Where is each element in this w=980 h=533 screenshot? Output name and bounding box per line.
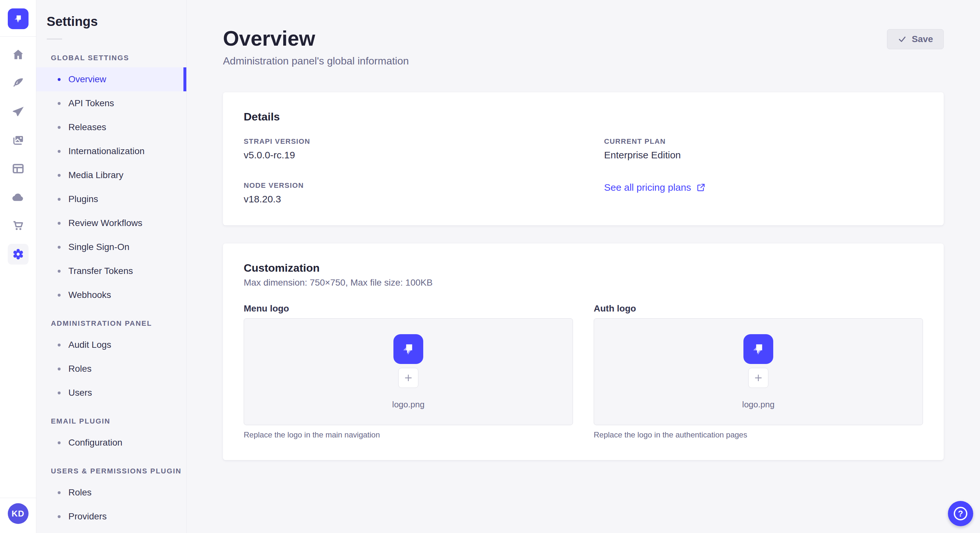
nav-section-label: USERS & PERMISSIONS PLUGIN bbox=[36, 467, 186, 475]
plus-icon bbox=[404, 373, 413, 383]
home-icon[interactable] bbox=[8, 44, 29, 65]
sidebar-item-label: Releases bbox=[68, 122, 106, 132]
save-button-label: Save bbox=[912, 34, 933, 44]
sidebar-item-label: Single Sign-On bbox=[68, 242, 129, 252]
sidebar-item-single-sign-on[interactable]: Single Sign-On bbox=[36, 235, 186, 259]
nav-section-label: GLOBAL SETTINGS bbox=[36, 54, 186, 62]
rail-nav bbox=[8, 44, 29, 265]
bullet-icon bbox=[58, 491, 60, 494]
gear-icon[interactable] bbox=[8, 244, 29, 265]
field-value: v5.0.0-rc.19 bbox=[244, 150, 563, 160]
customization-card: Customization Max dimension: 750×750, Ma… bbox=[223, 244, 944, 460]
bullet-icon bbox=[58, 150, 60, 153]
pricing-plans-link[interactable]: See all pricing plans bbox=[604, 182, 705, 193]
pricing-plans-link-label: See all pricing plans bbox=[604, 182, 691, 193]
menu-logo-field: Menu logo bbox=[244, 303, 573, 439]
layout-icon[interactable] bbox=[8, 159, 29, 179]
logo-filename: logo.png bbox=[742, 400, 775, 409]
main-nav-rail: KD bbox=[0, 0, 36, 533]
sidebar-item-roles[interactable]: Roles bbox=[36, 481, 186, 504]
auth-logo-field: Auth logo bbox=[594, 303, 923, 439]
save-button[interactable]: Save bbox=[887, 29, 944, 49]
details-column-left: STRAPI VERSION v5.0.0-rc.19 NODE VERSION… bbox=[244, 137, 563, 205]
add-logo-button[interactable] bbox=[398, 368, 418, 388]
sidebar-item-configuration[interactable]: Configuration bbox=[36, 431, 186, 455]
nav-section: GLOBAL SETTINGSOverviewAPI TokensRelease… bbox=[36, 54, 186, 307]
nav-section-label: EMAIL PLUGIN bbox=[36, 417, 186, 425]
details-card: Details STRAPI VERSION v5.0.0-rc.19 NODE… bbox=[223, 92, 944, 225]
avatar[interactable]: KD bbox=[8, 503, 29, 524]
strapi-logo-icon[interactable] bbox=[8, 8, 29, 29]
cart-icon[interactable] bbox=[8, 215, 29, 236]
plus-icon bbox=[754, 373, 763, 383]
sidebar-item-label: Review Workflows bbox=[68, 218, 142, 228]
settings-subnav: Settings GLOBAL SETTINGSOverviewAPI Toke… bbox=[36, 0, 187, 533]
logo-grid: Menu logo bbox=[244, 303, 923, 439]
sidebar-item-label: Roles bbox=[68, 487, 92, 498]
strapi-logo-preview bbox=[393, 334, 423, 364]
sidebar-item-overview[interactable]: Overview bbox=[36, 67, 186, 91]
auth-logo-dropzone: logo.png bbox=[594, 318, 923, 425]
auth-logo-label: Auth logo bbox=[594, 303, 923, 314]
rail-divider bbox=[0, 36, 36, 36]
bullet-icon bbox=[58, 392, 60, 394]
customization-card-title: Customization bbox=[244, 262, 923, 274]
details-grid: STRAPI VERSION v5.0.0-rc.19 NODE VERSION… bbox=[244, 137, 923, 205]
bullet-icon bbox=[58, 174, 60, 177]
bullet-icon bbox=[58, 515, 60, 518]
strapi-version-field: STRAPI VERSION v5.0.0-rc.19 bbox=[244, 137, 563, 160]
pictures-icon[interactable] bbox=[8, 130, 29, 151]
nav-section: EMAIL PLUGINConfiguration bbox=[36, 417, 186, 455]
bullet-icon bbox=[58, 344, 60, 346]
bullet-icon bbox=[58, 222, 60, 225]
sidebar-item-label: Webhooks bbox=[68, 290, 111, 300]
sidebar-item-webhooks[interactable]: Webhooks bbox=[36, 283, 186, 307]
menu-logo-hint: Replace the logo in the main navigation bbox=[244, 430, 573, 439]
bullet-icon bbox=[58, 78, 60, 81]
subnav-rule bbox=[47, 38, 62, 40]
sidebar-item-internationalization[interactable]: Internationalization bbox=[36, 139, 186, 163]
feather-icon[interactable] bbox=[8, 73, 29, 94]
sidebar-item-providers[interactable]: Providers bbox=[36, 504, 186, 528]
field-label: CURRENT PLAN bbox=[604, 137, 923, 146]
paper-plane-icon[interactable] bbox=[8, 102, 29, 122]
sidebar-item-label: Media Library bbox=[68, 170, 124, 180]
nav-section: ADMINISTRATION PANELAudit LogsRolesUsers bbox=[36, 319, 186, 405]
sidebar-item-label: Roles bbox=[68, 364, 92, 374]
bullet-icon bbox=[58, 294, 60, 297]
sidebar-item-label: Internationalization bbox=[68, 146, 145, 156]
help-button[interactable]: ? bbox=[948, 501, 973, 526]
sidebar-item-label: Overview bbox=[68, 74, 106, 84]
bullet-icon bbox=[58, 198, 60, 201]
sidebar-item-label: API Tokens bbox=[68, 98, 114, 108]
nav-section: USERS & PERMISSIONS PLUGINRolesProviders bbox=[36, 467, 186, 528]
bullet-icon bbox=[58, 102, 60, 105]
sidebar-item-transfer-tokens[interactable]: Transfer Tokens bbox=[36, 259, 186, 283]
sidebar-item-label: Users bbox=[68, 388, 92, 398]
sidebar-item-users[interactable]: Users bbox=[36, 381, 186, 405]
bullet-icon bbox=[58, 246, 60, 249]
details-column-right: CURRENT PLAN Enterprise Edition See all … bbox=[604, 137, 923, 205]
page-title: Overview bbox=[223, 27, 409, 50]
customization-subtitle: Max dimension: 750×750, Max file size: 1… bbox=[244, 278, 923, 288]
menu-logo-dropzone: logo.png bbox=[244, 318, 573, 425]
sidebar-item-releases[interactable]: Releases bbox=[36, 115, 186, 139]
bullet-icon bbox=[58, 441, 60, 444]
sidebar-item-roles[interactable]: Roles bbox=[36, 357, 186, 381]
sidebar-item-review-workflows[interactable]: Review Workflows bbox=[36, 211, 186, 235]
sidebar-item-api-tokens[interactable]: API Tokens bbox=[36, 91, 186, 115]
field-label: STRAPI VERSION bbox=[244, 137, 563, 146]
field-value: Enterprise Edition bbox=[604, 150, 923, 160]
cloud-icon[interactable] bbox=[8, 187, 29, 208]
strapi-mark bbox=[12, 12, 25, 25]
active-indicator bbox=[183, 67, 186, 91]
details-card-title: Details bbox=[244, 110, 923, 123]
sidebar-item-audit-logs[interactable]: Audit Logs bbox=[36, 333, 186, 357]
sidebar-item-media-library[interactable]: Media Library bbox=[36, 163, 186, 187]
sidebar-item-plugins[interactable]: Plugins bbox=[36, 187, 186, 211]
bullet-icon bbox=[58, 126, 60, 129]
strapi-logo-preview bbox=[743, 334, 773, 364]
field-label: NODE VERSION bbox=[244, 181, 563, 190]
question-mark-icon: ? bbox=[954, 507, 967, 520]
add-logo-button[interactable] bbox=[748, 368, 768, 388]
